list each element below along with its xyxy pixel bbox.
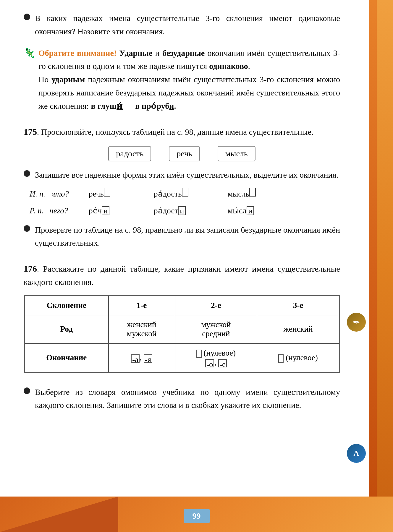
table-cell-rod-2e: мужскойсредний	[175, 315, 257, 343]
form-rech-ip: речь	[89, 187, 154, 201]
sub-instruction-175-text: Запишите все падежные формы этих имён су…	[35, 168, 338, 182]
word-boxes: радость речь мысль	[24, 146, 340, 161]
check-instruction-175: Проверьте по таблице на с. 98, правильно…	[24, 223, 340, 250]
word-box-mysl: мысль	[218, 146, 255, 161]
ending-null-box-2e	[196, 350, 202, 358]
table-col-header-1e: 1-е	[109, 296, 175, 315]
ending-box-radost-rp: и	[178, 206, 186, 215]
bullet-icon-3	[24, 225, 30, 232]
ending-box-mysl-rp: и	[247, 206, 254, 215]
final-bullet: Выберите из словаря омонимов учебника по…	[24, 386, 340, 412]
page: ✒ A В каких падежах имена существительны…	[0, 0, 393, 532]
table-cell-okonchanie-2e: (нулевое) -о, -е	[175, 343, 257, 372]
form-rech-rp: ре́чи	[89, 204, 154, 218]
bottom-decoration-triangle	[0, 497, 118, 532]
form-mysl-rp: мы́сли	[228, 204, 254, 218]
check-instruction-175-text: Проверьте по таблице на с. 98, правильно…	[35, 223, 340, 250]
bullet-icon-4	[24, 387, 30, 394]
case-rp-label: Р. п. чего?	[30, 204, 89, 218]
exercise-175-instruction: Просклоняйте, пользуясь таблицей на с. 9…	[41, 127, 313, 137]
table-cell-rod-3e: женский	[257, 315, 339, 343]
ending-o-box: -о	[205, 359, 214, 367]
exercise-176-instruction: Расскажите по данной таблице, какие приз…	[24, 264, 340, 287]
dictionary-badge-icon: A	[347, 444, 366, 463]
exercise-175-header: 175. Просклоняйте, пользуясь таблицей на…	[24, 125, 340, 139]
right-decoration-inner	[377, 0, 393, 532]
ending-box-radost-ip	[182, 188, 188, 197]
question-1: В каких падежах имена существительные 3-…	[24, 12, 340, 38]
table-cell-rod-1e: женскиймужской	[109, 315, 175, 343]
ending-box-mysl-ip	[249, 188, 256, 197]
ending-e-box: -е	[218, 359, 227, 367]
attention-continuation: По ударным падежным окончаниям имён суще…	[38, 75, 340, 111]
table-cell-okonchanie-3e: (нулевое)	[257, 343, 339, 372]
table-row-okonchanie: Окончание -а, -я (нулевое) -о, -е (нулев…	[25, 343, 339, 372]
sub-instruction-175: Запишите все падежные формы этих имён су…	[24, 168, 340, 182]
ending-box-rech-rp: и	[102, 206, 109, 215]
case-ip-label: И. п. что?	[30, 187, 89, 201]
word-box-rech: речь	[169, 146, 200, 161]
page-number-area: 99	[184, 509, 210, 523]
ending-a-box: -а	[131, 354, 140, 363]
declension-row-rp: Р. п. чего? ре́чи ра́дости мы́сли	[30, 204, 340, 218]
attention-bird-icon: 🦎	[24, 47, 35, 59]
question-1-text: В каких падежах имена существительные 3-…	[35, 12, 340, 38]
attention-orange-label: Обратите внимание!	[38, 48, 117, 58]
declension-table: И. п. что? речь ра́дость мысль Р. п. чег…	[30, 187, 340, 218]
form-radost-rp: ра́дости	[154, 204, 228, 218]
table-row-rod: Род женскиймужской мужскойсредний женски…	[25, 315, 339, 343]
attention-text: Обратите внимание! Ударные и безударные …	[38, 47, 340, 113]
table-row-label-okonchanie: Окончание	[25, 343, 109, 372]
exercise-176-header: 176. Расскажите по данной таблице, какие…	[24, 262, 340, 289]
form-mysl-ip: мысль	[228, 187, 256, 201]
word-box-radost: радость	[108, 146, 151, 161]
attention-block: 🦎 Обратите внимание! Ударные и безударны…	[24, 47, 340, 113]
grammar-table: Склонение 1-е 2-е 3-е Род женскиймужской…	[24, 296, 339, 373]
table-row-label-rod: Род	[25, 315, 109, 343]
page-number: 99	[184, 509, 210, 523]
bullet-icon-1	[24, 14, 30, 20]
right-decoration	[369, 0, 393, 532]
table-col-header-2e: 2-е	[175, 296, 257, 315]
main-content: В каких падежах имена существительные 3-…	[0, 0, 370, 465]
table-header-row: Склонение 1-е 2-е 3-е	[25, 296, 339, 315]
exercise-175-number: 175	[24, 127, 37, 137]
table-col-header-3e: 3-е	[257, 296, 339, 315]
ending-ya-box: -я	[144, 354, 152, 363]
grammar-table-wrapper: Склонение 1-е 2-е 3-е Род женскиймужской…	[24, 295, 340, 373]
table-col-header-sklonenie: Склонение	[25, 296, 109, 315]
ending-null-box-3e	[278, 354, 284, 363]
ending-box-rech-ip	[104, 188, 110, 197]
pen-badge-icon: ✒	[347, 313, 366, 332]
declension-row-ip: И. п. что? речь ра́дость мысль	[30, 187, 340, 201]
form-radost-ip: ра́дость	[154, 187, 228, 201]
exercise-176-number: 176	[24, 264, 37, 273]
bullet-icon-2	[24, 170, 30, 177]
table-cell-okonchanie-1e: -а, -я	[109, 343, 175, 372]
final-bullet-text: Выберите из словаря омонимов учебника по…	[35, 386, 340, 412]
